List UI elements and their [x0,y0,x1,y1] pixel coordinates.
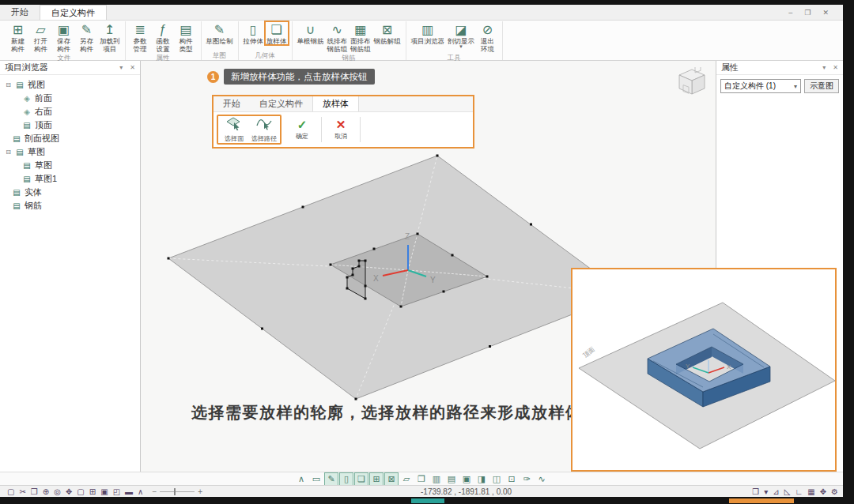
mini-tab-自定义构件[interactable]: 自定义构件 [250,96,312,111]
rebar-ungroup-button[interactable]: ⊠钢筋解组 [372,21,402,45]
iso-view-icon[interactable]: ▱ [400,473,413,485]
tree-item-草图[interactable]: ⊟▤草图 [2,145,138,159]
pan-tool-icon[interactable]: ✥ [820,487,826,496]
zoom-slider-handle[interactable] [174,488,176,495]
close-button[interactable]: ✕ [822,9,829,17]
sheet-view-icon[interactable]: ▤ [445,473,458,485]
tree-item-label: 前面 [35,92,52,104]
extrude-display-icon[interactable]: ▯ [340,473,353,485]
line-array-rebar-button[interactable]: ∿线排布钢筋组 [326,21,350,53]
collapse-icon[interactable]: ∧ [295,473,308,485]
progress-segment-orange [729,498,794,503]
properties-pin-icon[interactable]: ▾ [822,64,826,71]
section-display-button[interactable]: ◪剖切显示▼ [446,21,476,49]
sweep-solid-button[interactable]: ❏放样体 [265,21,289,45]
tab-自定义构件[interactable]: 自定义构件 [40,5,107,20]
zoom-in-button[interactable]: + [198,487,202,496]
top-view-icon[interactable]: ▥ [430,473,443,485]
sketch-draw-button[interactable]: ✎草图绘制 [205,21,235,45]
grid-snap-icon[interactable]: ▦ [807,487,814,496]
tree-item-label: 视图 [28,79,45,91]
tree-item-草图[interactable]: ▤草图 [2,159,138,172]
callout-text: 新增放样体功能，点击放样体按钮 [224,69,375,85]
filter-dropdown-icon[interactable]: ▾ [764,487,768,496]
mini-tab-放样体[interactable]: 放样体 [312,96,359,111]
properties-close-icon[interactable]: ✕ [833,64,838,71]
face-array-rebar-button[interactable]: ▦面排布钢筋组 [349,21,372,53]
zoom-out-button[interactable]: − [152,487,157,496]
save-component-button[interactable]: ▣保存构件 [52,21,75,53]
function-setting-button[interactable]: ƒ函数设置 [152,21,175,53]
new-file-icon[interactable]: ▢ [5,487,17,496]
tree-item-右面[interactable]: ◈右面 [2,105,138,118]
schematic-button[interactable]: 示意图 [804,79,839,93]
project-browser-button[interactable]: ▥项目浏览器 [410,21,447,45]
angle-snap-icon[interactable]: ⊿ [773,487,779,496]
saveas-component-button[interactable]: ✎另存构件 [75,21,98,53]
tree-expand-icon[interactable]: ⊟ [5,81,12,88]
edit-model-icon[interactable]: ✎ [325,473,338,485]
mesh-display-icon[interactable]: ⊠ [385,473,398,485]
tree-item-草图1[interactable]: ▤草图1 [2,172,138,186]
single-rebar-button[interactable]: ∪单根钢筋 [296,21,326,45]
tree-item-label: 草图 [28,146,45,158]
cancel-button[interactable]: ✕取消 [326,115,356,145]
tree-item-前面[interactable]: ◈前面 [2,92,138,105]
cut-icon[interactable]: ✂ [17,487,28,496]
doc-view-icon[interactable]: ▣ [460,473,473,485]
callout-step-badge: 1 [207,71,219,83]
split-view-icon[interactable]: ◨ [475,473,488,485]
tree-expand-icon[interactable]: ⊟ [5,149,12,156]
select-face-icon [225,116,243,134]
link-icon[interactable]: ∿ [535,473,548,485]
selection-filter-icon[interactable]: ❒ [752,487,759,496]
minimize-button[interactable]: – [788,9,792,17]
load-to-project-button[interactable]: ↥加载到项目 [98,21,122,53]
sketch-plane-icon[interactable]: ▭ [310,473,323,485]
panel-close-icon[interactable]: ✕ [130,64,135,71]
move-icon[interactable]: ✥ [63,487,74,496]
tree-item-视图[interactable]: ⊟▤视图 [2,78,138,92]
box-grid-icon[interactable]: ⊞ [87,487,98,496]
box-solid-icon[interactable]: ▣ [98,487,110,496]
solid-display-icon[interactable]: ❏ [355,473,368,485]
paste-icon[interactable]: ❐ [28,487,40,496]
mini-tab-开始[interactable]: 开始 [214,96,250,111]
tab-开始[interactable]: 开始 [0,5,40,20]
wireframe-display-icon[interactable]: ⊞ [370,473,383,485]
settings-icon[interactable]: ⚙ [831,487,838,496]
snap-icon[interactable]: ◺ [784,487,791,496]
exit-environment-button[interactable]: ⊘退出环境 [476,21,499,53]
open-component-button[interactable]: ▱打开构件 [29,21,52,53]
panel-pin-icon[interactable]: ▾ [119,64,123,71]
box-wire-icon[interactable]: ▢ [74,487,86,496]
select-profile-button[interactable]: 选择面 [219,116,249,143]
box-open-icon[interactable]: ◰ [111,487,123,496]
confirm-button[interactable]: ✓确定 [287,115,317,145]
target-view-icon[interactable]: ⊡ [505,473,518,485]
restore-button[interactable]: ❐ [804,9,811,17]
tree-item-实体[interactable]: ▤实体 [2,186,138,199]
extrude-solid-button[interactable]: ▯拉伸体 [242,21,266,45]
zoom-slider-track[interactable] [160,491,195,492]
inset-x-axis-label: X [727,363,731,370]
ortho-icon[interactable]: ∟ [795,487,803,496]
tree-item-剖面视图[interactable]: ▤剖面视图 [2,132,138,145]
view-cube[interactable] [675,67,709,99]
new-component-button[interactable]: ⊞新建构件 [6,21,29,53]
tree-item-顶面[interactable]: ▤顶面 [2,118,138,132]
dual-view-icon[interactable]: ◫ [490,473,503,485]
select-all-icon[interactable]: ⊕ [40,487,51,496]
parameter-manage-button[interactable]: ≣参数管理 [129,21,152,53]
component-type-button[interactable]: ▤构件类型 [175,21,198,53]
select-buttons-group: 选择面选择路径 [217,115,282,145]
zoom-slider[interactable]: − + [152,487,202,496]
select-path-button[interactable]: 选择路径 [249,116,279,143]
orbit-icon[interactable]: ◎ [51,487,63,496]
component-type-select[interactable]: 自定义构件 (1) ▾ [720,79,801,93]
annotate-icon[interactable]: ✑ [520,473,533,485]
tree-item-钢筋[interactable]: ▤钢筋 [2,199,138,213]
up-icon[interactable]: ∧ [135,487,145,496]
front-view-icon[interactable]: ❐ [415,473,428,485]
flat-icon[interactable]: ▬ [123,487,135,496]
